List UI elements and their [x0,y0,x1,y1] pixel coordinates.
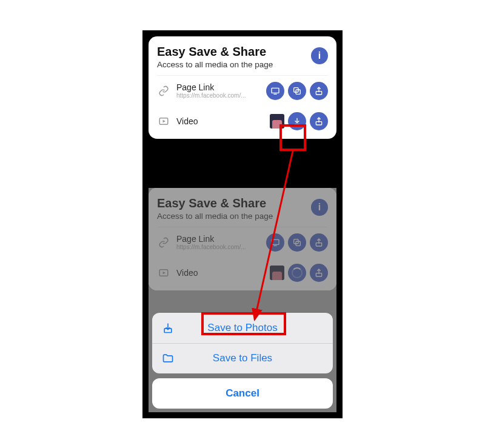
page-link-url: https://m.facebook.com/... [176,92,260,99]
dim-overlay [149,188,336,290]
action-sheet-group: Save to Photos Save to Files [152,313,333,373]
action-sheet: Save to Photos Save to Files Cancel [152,313,333,409]
info-icon[interactable]: i [311,47,328,64]
page-link-label: Page Link [176,82,260,92]
folder-icon [162,352,174,364]
link-icon [157,84,170,98]
cancel-label: Cancel [226,387,259,400]
save-to-files-button[interactable]: Save to Files [152,343,333,373]
row-page-link-text: Page Link https://m.facebook.com/... [176,82,260,99]
save-to-photos-button[interactable]: Save to Photos [152,313,333,343]
save-photos-icon [162,322,174,334]
video-thumbnail[interactable] [270,114,284,129]
card-header-text: Easy Save & Share Access to all media on… [157,45,273,69]
save-to-photos-label: Save to Photos [207,322,277,334]
share-button[interactable] [310,82,328,100]
share-card-dimmed: Easy Save & Share Access to all media on… [149,188,336,290]
open-browser-button[interactable] [266,82,284,100]
svg-rect-0 [272,88,279,93]
share-video-button[interactable] [310,112,328,130]
share-card-top: Easy Save & Share Access to all media on… [149,36,336,139]
dimmed-area: Easy Save & Share Access to all media on… [149,188,336,412]
card-title: Easy Save & Share [157,45,273,59]
save-to-files-label: Save to Files [213,352,272,364]
card-header: Easy Save & Share Access to all media on… [157,45,328,76]
copy-button[interactable] [288,82,306,100]
row-video: Video [157,106,328,136]
cancel-button[interactable]: Cancel [152,378,333,409]
download-button[interactable] [288,112,306,130]
svg-marker-6 [163,119,166,122]
row-video-text: Video [176,116,264,126]
card-subtitle: Access to all media on the page [157,60,273,69]
video-label: Video [176,116,264,126]
phone-frame: Easy Save & Share Access to all media on… [142,30,343,418]
video-icon [157,115,170,128]
row-page-link: Page Link https://m.facebook.com/... [157,76,328,106]
